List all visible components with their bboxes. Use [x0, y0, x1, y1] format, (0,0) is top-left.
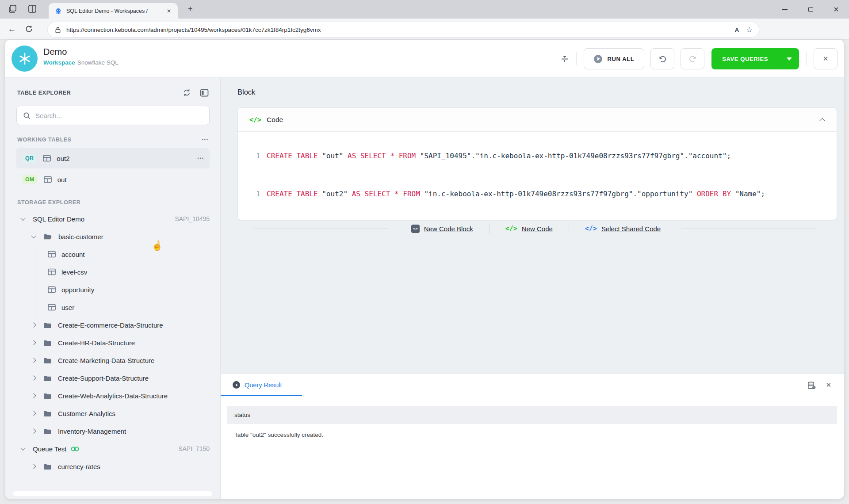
- sql-statement[interactable]: CREATE TABLE "out" AS SELECT * FROM "SAP…: [267, 150, 731, 162]
- row-menu-icon[interactable]: •••: [198, 156, 204, 160]
- chevron-right-icon[interactable]: [31, 340, 36, 345]
- chevron-down-icon[interactable]: [31, 233, 36, 238]
- save-queries-button[interactable]: SAVE QUERIES: [711, 48, 779, 69]
- split-screen-icon[interactable]: [27, 4, 38, 15]
- window-restore-button[interactable]: [798, 0, 823, 19]
- close-results-icon[interactable]: ✕: [826, 381, 831, 389]
- working-table-row[interactable]: QRout2•••: [16, 148, 210, 168]
- redo-button[interactable]: [681, 48, 704, 69]
- tree-item-currency-rates[interactable]: currency-rates: [5, 458, 220, 475]
- window-controls: ✕: [772, 0, 849, 19]
- refresh-icon[interactable]: [183, 88, 191, 97]
- save-queries-dropdown[interactable]: [779, 48, 799, 69]
- query-result-tab[interactable]: Query Result: [221, 374, 302, 396]
- sql-editor[interactable]: 1CREATE TABLE "out" AS SELECT * FROM "SA…: [238, 150, 837, 162]
- folder-icon: [43, 393, 52, 399]
- search-input[interactable]: [35, 112, 203, 119]
- table-alias-badge: OM: [23, 175, 37, 184]
- working-table-row[interactable]: OMout: [16, 169, 210, 190]
- chevron-right-icon[interactable]: [31, 411, 36, 416]
- folder-icon: [43, 340, 52, 346]
- tree-item-create-web-analytics-data-structure[interactable]: Create-Web-Analytics-Data-Structure: [5, 387, 220, 405]
- chevron-right-icon[interactable]: [31, 358, 36, 363]
- close-editor-button[interactable]: ✕: [814, 48, 838, 69]
- tree-item-label: user: [61, 304, 74, 311]
- favicon-keboola: [55, 8, 62, 15]
- line-number: 1: [238, 188, 267, 200]
- folder-icon: [43, 322, 52, 328]
- window-close-button[interactable]: ✕: [823, 0, 849, 19]
- table-alias-badge: QR: [23, 154, 36, 163]
- tree-item-basic-customer[interactable]: basic-customer: [5, 228, 220, 245]
- read-aloud-icon[interactable]: A: [735, 27, 739, 33]
- tree-item-label: Create-Web-Analytics-Data-Structure: [58, 392, 168, 400]
- tree-item-opportunity[interactable]: opportunity: [5, 281, 220, 298]
- action-new-code[interactable]: </>New Code: [505, 225, 553, 233]
- reload-button[interactable]: [20, 25, 37, 33]
- working-tables-menu-icon[interactable]: •••: [202, 137, 209, 142]
- tree-item-level-csv[interactable]: level-csv: [5, 263, 220, 281]
- tree-item-label: Create-Support-Data-Structure: [58, 374, 149, 382]
- working-tables-list: QRout2•••OMout: [5, 148, 220, 190]
- caret-down-icon: [787, 57, 792, 61]
- tree-item-queue test[interactable]: Queue TestSAPI_7150: [5, 440, 220, 458]
- tree-item-label: Customer-Analytics: [58, 410, 115, 417]
- block-title: Block: [237, 88, 255, 96]
- tree-item-label: SQL Editor Demo: [33, 215, 84, 223]
- action-new-code-block[interactable]: <>New Code Block: [411, 225, 473, 233]
- folder-icon: [43, 463, 52, 470]
- tree-item-inventory-management[interactable]: Inventory-Management: [5, 422, 220, 440]
- favorites-star-icon[interactable]: ☆: [746, 25, 753, 34]
- new-tab-button[interactable]: +: [188, 4, 193, 14]
- toggle-panel-icon[interactable]: [200, 89, 209, 97]
- workspace-breadcrumb-link[interactable]: Workspace: [43, 59, 75, 66]
- collapse-blocks-icon[interactable]: [560, 54, 569, 63]
- folder-open-icon: [43, 233, 52, 240]
- back-button[interactable]: ←: [4, 24, 20, 34]
- table-explorer-label: TABLE EXPLORER: [17, 90, 183, 96]
- address-bar[interactable]: https://connection.keboola.com/admin/pro…: [48, 22, 759, 37]
- chevron-down-icon[interactable]: [20, 446, 25, 451]
- url-text[interactable]: https://connection.keboola.com/admin/pro…: [66, 27, 728, 33]
- action-label: New Code: [522, 225, 553, 233]
- tab-search-stack-icon[interactable]: [8, 4, 19, 15]
- tree-item-sql editor demo[interactable]: SQL Editor DemoSAPI_10495: [5, 210, 220, 228]
- code-block-header[interactable]: </> Code: [238, 108, 837, 132]
- tree-item-customer-analytics[interactable]: Customer-Analytics: [5, 405, 220, 422]
- table-icon: [43, 155, 51, 162]
- tree-item-create-support-data-structure[interactable]: Create-Support-Data-Structure: [5, 369, 220, 387]
- tree-item-create-marketing-data-structure[interactable]: Create-Marketing-Data-Structure: [5, 351, 220, 369]
- chevron-down-icon[interactable]: [20, 216, 25, 221]
- tree-item-label: Create-HR-Data-Structure: [58, 339, 135, 347]
- chevron-right-icon[interactable]: [31, 375, 36, 380]
- tree-item-user[interactable]: user: [5, 298, 220, 316]
- run-all-button[interactable]: RUN ALL: [584, 48, 644, 69]
- window-minimize-button[interactable]: [772, 0, 798, 19]
- chevron-right-icon[interactable]: [31, 393, 36, 398]
- storage-tree: SQL Editor DemoSAPI_10495basic-customera…: [5, 210, 220, 475]
- code-block-title: Code: [267, 116, 820, 124]
- tree-item-create-hr-data-structure[interactable]: Create-HR-Data-Structure: [5, 334, 220, 351]
- chevron-right-icon[interactable]: [31, 428, 36, 433]
- action-select-shared-code[interactable]: </>Select Shared Code: [585, 225, 661, 233]
- chevron-right-icon[interactable]: [31, 322, 36, 327]
- tree-guide-line: [35, 246, 35, 316]
- chevron-right-icon[interactable]: [31, 464, 36, 469]
- sql-editors[interactable]: 1CREATE TABLE "out" AS SELECT * FROM "SA…: [238, 132, 837, 200]
- tree-item-create-e-commerce-data-structure[interactable]: Create-E-commerce-Data-Structure: [5, 316, 220, 334]
- tab-close-icon[interactable]: ✕: [164, 7, 173, 15]
- undo-button[interactable]: [650, 48, 674, 69]
- search-box[interactable]: [16, 106, 210, 125]
- sidebar-horizontal-scrollbar[interactable]: [13, 491, 212, 496]
- result-info-icon[interactable]: [807, 381, 816, 389]
- working-table-name: out2: [57, 155, 197, 162]
- result-row: Table "out2" successfully created.: [234, 431, 844, 438]
- sql-editor[interactable]: 1CREATE TABLE "out2" AS SELECT * FROM "i…: [238, 188, 837, 200]
- collapse-chevron-up-icon[interactable]: [819, 118, 825, 124]
- sql-statement[interactable]: CREATE TABLE "out2" AS SELECT * FROM "in…: [267, 188, 765, 200]
- tree-item-account[interactable]: account: [5, 245, 220, 263]
- linked-bucket-icon: [71, 447, 79, 451]
- play-icon: [594, 55, 602, 63]
- tree-item-label: currency-rates: [58, 463, 100, 470]
- browser-tab[interactable]: SQL Editor Demo - Workspaces / ✕: [49, 3, 178, 19]
